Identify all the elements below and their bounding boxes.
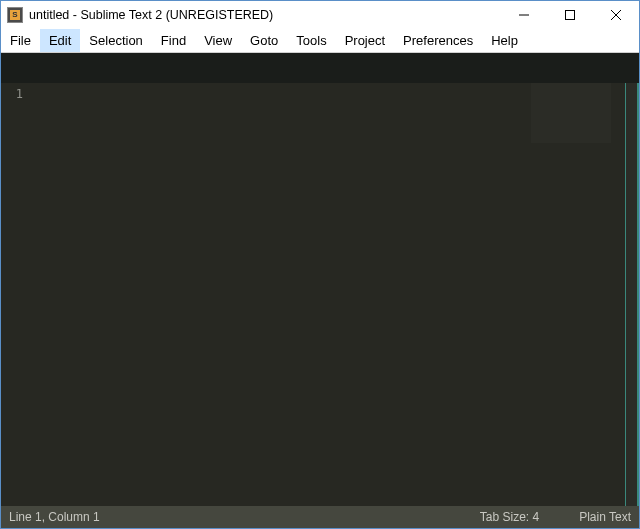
app-icon: S [7,7,23,23]
scrollbar-track [637,83,639,506]
close-icon [611,10,621,20]
window-title: untitled - Sublime Text 2 (UNREGISTERED) [29,8,273,22]
menu-item-help[interactable]: Help [482,29,527,52]
menubar: FileEditSelectionFindViewGotoToolsProjec… [1,29,639,53]
maximize-icon [565,10,575,20]
menu-item-selection[interactable]: Selection [80,29,151,52]
menu-item-edit[interactable]: Edit [40,29,80,52]
menu-item-tools[interactable]: Tools [287,29,335,52]
minimap[interactable] [531,83,611,143]
menu-item-preferences[interactable]: Preferences [394,29,482,52]
menu-item-view[interactable]: View [195,29,241,52]
editor-area: 1 [1,83,639,506]
status-tab-size[interactable]: Tab Size: 4 [480,510,539,524]
vertical-scrollbar[interactable] [625,83,639,506]
titlebar[interactable]: S untitled - Sublime Text 2 (UNREGISTERE… [1,1,639,29]
line-number: 1 [1,87,23,101]
status-syntax[interactable]: Plain Text [579,510,631,524]
minimize-icon [519,10,529,20]
menu-item-project[interactable]: Project [336,29,394,52]
menu-item-find[interactable]: Find [152,29,195,52]
line-gutter: 1 [1,83,31,506]
app-window: S untitled - Sublime Text 2 (UNREGISTERE… [0,0,640,529]
statusbar: Line 1, Column 1 Tab Size: 4 Plain Text [1,506,639,528]
app-icon-glyph: S [10,10,20,20]
window-controls [501,1,639,29]
svg-rect-1 [566,11,575,20]
menu-item-file[interactable]: File [1,29,40,52]
menu-item-goto[interactable]: Goto [241,29,287,52]
close-button[interactable] [593,1,639,29]
tab-strip[interactable] [1,53,639,83]
minimize-button[interactable] [501,1,547,29]
maximize-button[interactable] [547,1,593,29]
code-area[interactable] [31,83,625,506]
status-position[interactable]: Line 1, Column 1 [9,510,100,524]
